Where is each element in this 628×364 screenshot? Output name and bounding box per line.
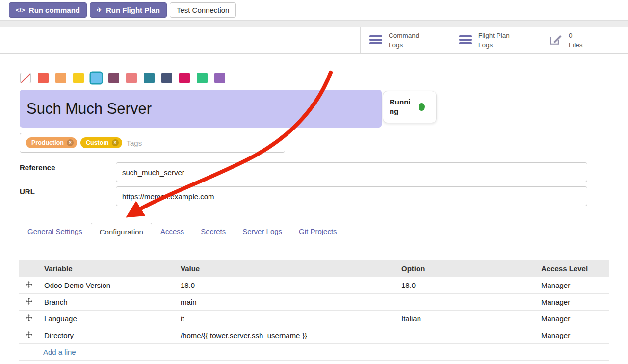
files-count-label: 0 Files — [569, 31, 611, 49]
tags-placeholder: Tags — [127, 139, 142, 147]
flight-plan-logs-button[interactable]: Flight Plan Logs — [450, 27, 540, 53]
files-button[interactable]: 0 Files — [540, 27, 628, 53]
code-icon: </> — [16, 6, 25, 14]
cell-variable[interactable]: Branch — [39, 294, 176, 311]
cell-option[interactable]: 18.0 — [396, 277, 536, 294]
status-running-dot — [419, 103, 425, 111]
tab-configuration[interactable]: Configuration — [91, 223, 152, 240]
cell-access-level[interactable]: Manager — [536, 327, 609, 344]
tag-remove-icon[interactable]: × — [67, 139, 74, 146]
color-swatch[interactable] — [214, 73, 225, 83]
test-connection-label: Test Connection — [177, 6, 230, 14]
form-header-bar: Command Logs Flight Plan Logs 0 Files — [0, 27, 628, 54]
tags-input[interactable]: Production × Custom × Tags — [20, 133, 285, 153]
plane-icon: ✈ — [97, 6, 102, 14]
status-card: Running — [383, 91, 437, 123]
dropdown-caret-icon[interactable] — [273, 142, 278, 145]
color-palette — [20, 73, 225, 83]
server-form-page: </> Run command ✈ Run Flight Plan Test C… — [0, 0, 628, 364]
table-row[interactable]: Directory /home/{{ tower.server.ssh_user… — [19, 327, 609, 344]
configuration-table: Variable Value Option Access Level Odoo … — [19, 260, 609, 361]
command-logs-button[interactable]: Command Logs — [360, 27, 450, 53]
table-header-row: Variable Value Option Access Level — [19, 260, 609, 277]
drag-handle-icon[interactable] — [26, 281, 32, 289]
tag-production: Production × — [26, 137, 77, 148]
list-icon — [369, 35, 382, 47]
cell-value[interactable]: /home/{{ tower.server.ssh_username }} — [176, 327, 396, 344]
table-row[interactable]: Branch main Manager — [19, 294, 609, 311]
status-text: Running — [390, 98, 414, 116]
url-input[interactable] — [116, 186, 587, 206]
test-connection-button[interactable]: Test Connection — [170, 2, 236, 18]
cell-variable[interactable]: Odoo Demo Version — [39, 277, 176, 294]
drag-handle-icon[interactable] — [26, 314, 32, 323]
add-line-row: Add a line — [19, 344, 609, 361]
column-header-option: Option — [396, 260, 536, 277]
table-row[interactable]: Language it Italian Manager — [19, 311, 609, 327]
add-a-line-link[interactable]: Add a line — [43, 348, 76, 356]
color-swatch[interactable] — [179, 73, 190, 83]
cell-option[interactable]: Italian — [396, 311, 536, 327]
run-flight-plan-label: Run Flight Plan — [106, 6, 160, 14]
tag-label: Custom — [86, 139, 109, 146]
color-swatch[interactable] — [197, 73, 208, 83]
color-swatch[interactable] — [144, 73, 155, 83]
cell-option[interactable] — [396, 327, 536, 344]
cell-access-level[interactable]: Manager — [536, 277, 609, 294]
tab-access[interactable]: Access — [152, 223, 192, 240]
cell-option[interactable] — [396, 294, 536, 311]
color-swatch-selected[interactable] — [91, 73, 102, 83]
color-swatch[interactable] — [161, 73, 172, 83]
flight-plan-logs-label: Flight Plan Logs — [478, 31, 521, 49]
reference-label: Reference — [20, 163, 55, 172]
url-label: URL — [20, 187, 35, 196]
color-swatch[interactable] — [126, 73, 137, 83]
tag-label: Production — [31, 139, 64, 146]
tab-general-settings[interactable]: General Settings — [19, 223, 91, 240]
server-name-input[interactable]: Such Much Server — [20, 90, 382, 128]
reference-input[interactable] — [116, 162, 587, 182]
notebook-tabs: General Settings Configuration Access Se… — [19, 223, 609, 240]
color-swatch[interactable] — [55, 73, 66, 83]
cell-access-level[interactable]: Manager — [536, 311, 609, 327]
run-flight-plan-button[interactable]: ✈ Run Flight Plan — [90, 2, 167, 18]
tag-custom: Custom × — [80, 137, 122, 148]
drag-column-header — [19, 260, 39, 277]
color-swatch[interactable] — [38, 73, 49, 83]
files-label: Files — [569, 41, 583, 49]
drag-handle-icon[interactable] — [26, 331, 32, 339]
cell-value[interactable]: 18.0 — [176, 277, 396, 294]
run-command-button[interactable]: </> Run command — [9, 2, 87, 18]
action-toolbar: </> Run command ✈ Run Flight Plan Test C… — [0, 0, 628, 20]
cell-access-level[interactable]: Manager — [536, 294, 609, 311]
tab-git-projects[interactable]: Git Projects — [290, 223, 345, 240]
stat-button-group: Command Logs Flight Plan Logs 0 Files — [360, 27, 628, 53]
column-header-value: Value — [176, 260, 396, 277]
toolbar-divider-strip — [0, 20, 628, 27]
cell-variable[interactable]: Language — [39, 311, 176, 327]
color-swatch[interactable] — [108, 73, 119, 83]
cell-value[interactable]: main — [176, 294, 396, 311]
cell-variable[interactable]: Directory — [39, 327, 176, 344]
color-swatch-none[interactable] — [20, 73, 31, 83]
tag-remove-icon[interactable]: × — [112, 139, 119, 146]
color-swatch[interactable] — [73, 73, 84, 83]
tab-secrets[interactable]: Secrets — [192, 223, 234, 240]
run-command-label: Run command — [29, 6, 80, 14]
list-icon — [459, 35, 472, 47]
column-header-variable: Variable — [39, 260, 176, 277]
command-logs-label: Command Logs — [389, 31, 431, 49]
files-count: 0 — [569, 32, 573, 39]
column-header-access-level: Access Level — [536, 260, 609, 277]
tab-server-logs[interactable]: Server Logs — [234, 223, 290, 240]
drag-handle-icon[interactable] — [26, 298, 32, 306]
edit-icon — [549, 34, 562, 48]
table-row[interactable]: Odoo Demo Version 18.0 18.0 Manager — [19, 277, 609, 294]
cell-value[interactable]: it — [176, 311, 396, 327]
